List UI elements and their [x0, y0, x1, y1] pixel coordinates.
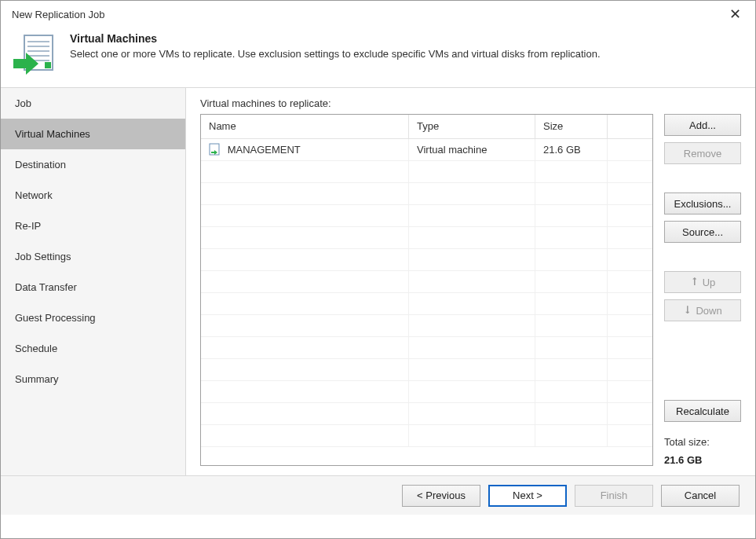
page-description: Select one or more VMs to replicate. Use… — [70, 48, 601, 60]
wizard-footer: < Previous Next > Finish Cancel — [1, 475, 755, 515]
titlebar: New Replication Job ✕ — [1, 1, 755, 28]
next-button[interactable]: Next > — [488, 485, 567, 507]
vm-wizard-icon — [12, 32, 56, 76]
sidebar-item-guest-processing[interactable]: Guest Processing — [1, 302, 185, 333]
sidebar-item-summary[interactable]: Summary — [1, 364, 185, 394]
section-label: Virtual machines to replicate: — [200, 97, 741, 109]
vm-table[interactable]: Name Type Size MANAGEMENT — [200, 114, 653, 466]
arrow-down-icon: 🠗 — [683, 305, 692, 316]
finish-button[interactable]: Finish — [575, 485, 653, 507]
previous-button[interactable]: < Previous — [402, 485, 480, 507]
row-name: MANAGEMENT — [228, 144, 301, 156]
row-type: Virtual machine — [409, 138, 535, 160]
col-name[interactable]: Name — [201, 115, 409, 138]
col-spacer — [608, 115, 653, 138]
up-button[interactable]: 🠕 Up — [664, 271, 741, 293]
close-icon[interactable]: ✕ — [721, 2, 749, 26]
exclusions-button[interactable]: Exclusions... — [664, 192, 741, 214]
row-size: 21.6 GB — [535, 138, 608, 160]
remove-button[interactable]: Remove — [664, 142, 741, 164]
sidebar-item-schedule[interactable]: Schedule — [1, 333, 185, 364]
total-size-label: Total size: — [664, 436, 741, 448]
add-button[interactable]: Add... — [664, 114, 741, 136]
page-title: Virtual Machines — [70, 32, 601, 45]
sidebar-item-network[interactable]: Network — [1, 180, 185, 211]
arrow-up-icon: 🠕 — [690, 277, 699, 288]
total-size-value: 21.6 GB — [664, 454, 741, 466]
window-title: New Replication Job — [12, 9, 105, 20]
sidebar-item-virtual-machines[interactable]: Virtual Machines — [1, 119, 185, 149]
sidebar-item-job[interactable]: Job — [1, 88, 185, 119]
table-row[interactable]: MANAGEMENT Virtual machine 21.6 GB — [201, 138, 652, 160]
sidebar-item-re-ip[interactable]: Re-IP — [1, 211, 185, 241]
col-size[interactable]: Size — [535, 115, 608, 138]
down-button[interactable]: 🠗 Down — [664, 299, 741, 321]
wizard-steps-sidebar: Job Virtual Machines Destination Network… — [1, 88, 186, 475]
source-button[interactable]: Source... — [664, 221, 741, 243]
col-type[interactable]: Type — [409, 115, 535, 138]
cancel-button[interactable]: Cancel — [661, 485, 740, 507]
svg-rect-6 — [45, 62, 51, 68]
wizard-header: Virtual Machines Select one or more VMs … — [1, 28, 755, 87]
sidebar-item-destination[interactable]: Destination — [1, 149, 185, 180]
sidebar-item-data-transfer[interactable]: Data Transfer — [1, 272, 185, 302]
recalculate-button[interactable]: Recalculate — [664, 400, 741, 422]
sidebar-item-job-settings[interactable]: Job Settings — [1, 241, 185, 272]
vm-file-icon — [209, 143, 220, 156]
